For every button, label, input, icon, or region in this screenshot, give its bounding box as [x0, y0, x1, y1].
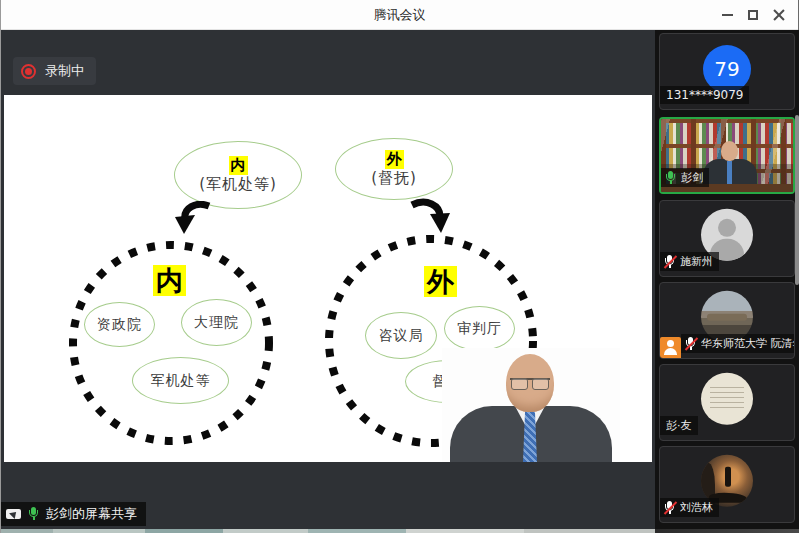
member-badge-icon	[660, 337, 681, 358]
participant-tile[interactable]: 刘浩林	[659, 446, 795, 523]
avatar-photo	[701, 372, 753, 424]
participant-name: 刘浩林	[680, 500, 713, 515]
right-group-item: 审判厅	[444, 306, 515, 351]
presenter-webcam-overlay	[442, 348, 620, 462]
participant-name: 华东师范大学 阮清华	[701, 336, 795, 351]
recording-label: 录制中	[45, 62, 84, 80]
oval-nei-sub: (军机处等)	[199, 175, 277, 194]
left-group-item: 资政院	[84, 302, 155, 347]
minimize-icon	[722, 14, 733, 16]
maximize-icon	[748, 10, 758, 20]
close-icon	[773, 9, 785, 21]
oval-wai-tag: 外	[385, 150, 404, 169]
window-title: 腾讯会议	[1, 0, 798, 30]
curved-arrow-down-left-icon	[174, 201, 214, 237]
screen-share-icon	[6, 508, 21, 521]
participant-name: 施新州	[680, 254, 713, 269]
presenter-glasses	[510, 378, 550, 387]
participant-tile[interactable]: 施新州	[659, 200, 795, 277]
curved-arrow-down-right-icon	[404, 198, 452, 236]
left-group-item: 大理院	[181, 299, 252, 346]
left-group-title: 内	[153, 265, 186, 296]
screen-share-label: 彭剑的屏幕共享	[46, 505, 137, 523]
participants-sidebar: 79 131****9079 彭剑	[655, 30, 799, 529]
meeting-window: 腾讯会议 录制中 内 (军机处等) 外 (督抚)	[0, 0, 799, 533]
screen-share-badge: 彭剑的屏幕共享	[1, 502, 146, 526]
participant-tile[interactable]: 彭·友	[659, 364, 795, 441]
screen-share-stage: 录制中 内 (军机处等) 外 (督抚)	[1, 30, 655, 529]
oval-wai-source: 外 (督抚)	[335, 138, 453, 200]
presentation-slide: 内 (军机处等) 外 (督抚) 内 资政院 大理院 军机	[4, 95, 652, 462]
mic-on-icon	[664, 171, 677, 185]
presenter-tie	[523, 410, 537, 462]
mic-muted-icon	[663, 255, 676, 269]
maximize-button[interactable]	[740, 0, 766, 30]
participant-tile-active-speaker[interactable]: 彭剑	[659, 117, 795, 194]
desktop-taskbar-sliver	[655, 529, 799, 533]
participant-tile[interactable]: 79 131****9079	[659, 33, 795, 110]
oval-wai-sub: (督抚)	[371, 169, 417, 188]
close-button[interactable]	[766, 0, 792, 30]
participant-name: 彭剑	[681, 170, 703, 185]
recording-dot-icon	[21, 64, 36, 79]
title-bar: 腾讯会议	[1, 0, 798, 30]
mic-muted-icon	[684, 337, 697, 351]
left-group-item: 军机处等	[132, 357, 229, 404]
oval-nei-source: 内 (军机处等)	[174, 141, 302, 209]
participant-name: 彭·友	[666, 418, 692, 433]
right-group-title: 外	[424, 266, 457, 297]
desktop-taskbar-sliver	[1, 529, 655, 533]
participant-tile[interactable]: 华东师范大学 阮清华	[659, 282, 795, 359]
mic-on-icon	[27, 507, 40, 521]
mic-muted-icon	[663, 501, 676, 515]
right-group-item: 咨议局	[365, 312, 437, 359]
participant-name: 131****9079	[666, 88, 743, 102]
oval-nei-tag: 内	[229, 156, 248, 175]
recording-indicator: 录制中	[13, 57, 96, 85]
minimize-button[interactable]	[714, 0, 740, 30]
sidebar-scrollbar[interactable]	[795, 115, 799, 285]
